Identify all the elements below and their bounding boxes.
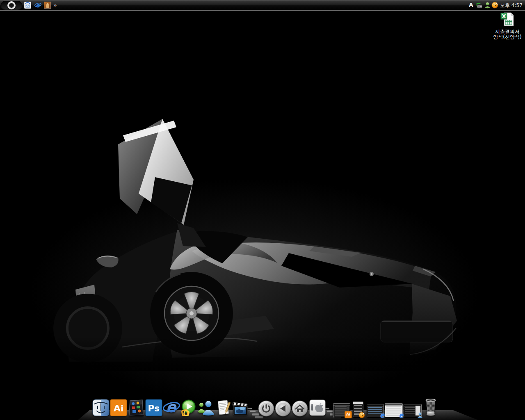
excel-file-icon: X	[499, 12, 516, 27]
dock-msn-messenger[interactable]	[196, 399, 215, 417]
dock-minimized-window-illustrator[interactable]: Ai	[333, 403, 350, 417]
desktop-icon-label: 지출결의서 양식(신양식)	[491, 29, 523, 40]
dock-apple-box[interactable]	[308, 399, 326, 417]
dock-adobe-photoshop[interactable]: Ps	[145, 399, 163, 417]
orange-ball-icon[interactable]	[491, 2, 498, 9]
dock-minimized-window-browser-dark[interactable]: e	[367, 404, 384, 417]
dock-movie-clapperboard[interactable]	[231, 399, 249, 417]
outlook-express-icon[interactable]	[24, 2, 31, 9]
ie-dock-glyph: e	[166, 399, 177, 415]
wallpaper-lamborghini	[0, 0, 525, 420]
dock-gom-player[interactable]	[179, 399, 197, 417]
internet-explorer-icon[interactable]: e	[34, 2, 41, 9]
dock-finder[interactable]	[92, 399, 110, 417]
dock-back-button[interactable]	[275, 400, 291, 417]
safely-remove-hardware-icon[interactable]	[476, 2, 483, 9]
picture-thumbnail-icon[interactable]	[44, 2, 51, 9]
quicklaunch-overflow-chevron[interactable]: »	[53, 2, 56, 9]
dock-internet-explorer[interactable]: e	[162, 399, 180, 417]
apple-logo-icon	[315, 405, 323, 412]
ring-icon	[7, 1, 16, 9]
dock-app-stack[interactable]	[126, 399, 146, 417]
dock-minimized-window-palette[interactable]	[353, 402, 363, 417]
dock-home-button[interactable]	[292, 400, 308, 417]
ai-label: Ai	[114, 403, 124, 413]
menubar: e » A 오후 4:57	[0, 0, 525, 11]
ps-label: Ps	[148, 403, 160, 413]
excel-x-letter: X	[502, 13, 506, 19]
desktop-icon-excel[interactable]: X 지출결의서 양식(신양식)	[491, 12, 523, 40]
ie-glyph: e	[36, 2, 40, 9]
dock-minimized-window-messenger[interactable]	[404, 404, 422, 417]
orange-character-badge	[358, 412, 365, 418]
start-orb-button[interactable]	[1, 1, 22, 9]
tray-clock: 오후 4:57	[500, 2, 523, 9]
ime-indicator[interactable]: A	[469, 1, 473, 9]
dock-power-button[interactable]	[258, 400, 274, 417]
dock: Ai Ps e	[0, 391, 525, 420]
dock-trash-empty[interactable]	[422, 397, 439, 417]
messenger-status-icon[interactable]	[484, 2, 491, 9]
dock-text-document[interactable]	[214, 399, 232, 417]
dock-adobe-illustrator[interactable]: Ai	[110, 399, 128, 417]
illustrator-badge: Ai	[345, 411, 352, 418]
dock-minimized-window-browser-light[interactable]: e	[385, 403, 403, 417]
